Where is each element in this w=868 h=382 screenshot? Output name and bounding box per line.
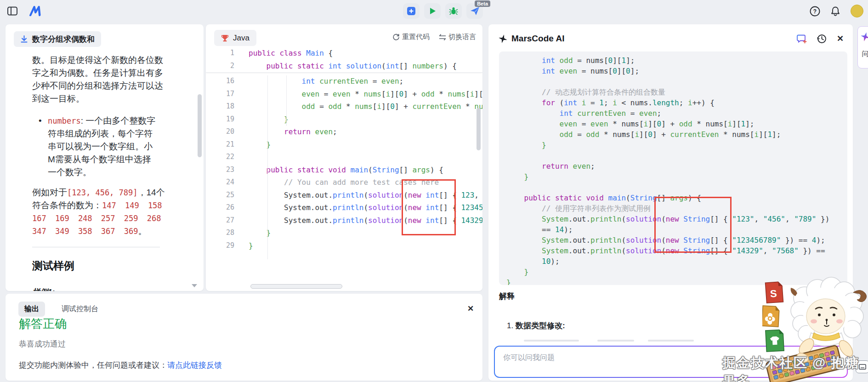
panel-toggle-icon[interactable] (7, 6, 17, 16)
add-file-button[interactable] (403, 3, 420, 19)
output-panel: 输出 调试控制台 ✕ 解答正确 恭喜成功通过 提交功能内测体验中，任何问题或者建… (6, 294, 482, 381)
user-avatar[interactable] (851, 5, 863, 17)
loading-skeleton-bar (597, 340, 634, 342)
notification-bell-icon[interactable] (830, 6, 840, 17)
ai-code-line: even = even * nums[i][0] + odd * nums[i]… (506, 119, 840, 129)
run-button[interactable] (424, 3, 441, 19)
code-line[interactable]: 20 return even; (206, 125, 482, 138)
code-line[interactable]: 18 odd = odd * nums[i][0] + currentEven … (206, 100, 482, 113)
explain-list-item: 1. 数据类型修改: (507, 320, 565, 331)
code-line[interactable]: 29} (206, 239, 482, 252)
switch-icon (439, 34, 446, 41)
problem-intro: 数。目标是使得这个新数的各位数字之和为偶数。任务是计算出有多少种不同的分组和选择… (32, 54, 165, 105)
new-chat-icon[interactable] (797, 34, 807, 44)
sidebar-strip-label: 问 (862, 50, 868, 58)
loading-skeleton-bar (648, 340, 694, 342)
file-icon-yellow (762, 306, 779, 327)
trophy-icon (221, 34, 229, 42)
file-icon-red: S (766, 282, 783, 303)
ai-code-line: odd = odd * nums[i][0] + currentEven * n… (506, 129, 840, 140)
close-icon[interactable]: ✕ (467, 304, 474, 314)
problem-title: 数字分组求偶数和 (32, 34, 95, 45)
ai-code-line: int currentEven = even; (506, 108, 840, 119)
ai-code-line (506, 182, 840, 193)
code-line[interactable]: 1public class Main { (206, 47, 482, 60)
loading-skeleton-bar (524, 340, 579, 342)
download-icon (20, 35, 28, 43)
result-subtitle: 恭喜成功通过 (19, 339, 66, 349)
language-pill[interactable]: Java (214, 30, 256, 46)
sparkle-icon (499, 34, 507, 43)
test-samples-heading: 测试样例 (32, 259, 166, 272)
top-bar: Beta ? (0, 0, 868, 22)
divider (32, 247, 160, 247)
explain-heading: 解释 (499, 291, 515, 302)
code-area[interactable]: 1public class Main {2 public static int … (206, 47, 482, 291)
tab-debug-console[interactable]: 调试控制台 (62, 304, 98, 314)
problem-title-pill[interactable]: 数字分组求偶数和 (14, 31, 101, 47)
ai-code-line: } (506, 140, 840, 150)
ai-code-line: for (int i = 1; i < nums.length; i++) { (506, 97, 840, 108)
ai-code-line (506, 76, 840, 87)
editor-horizontal-scrollbar[interactable] (250, 284, 342, 289)
code-line[interactable]: 17 even = even * nums[i][0] + odd * nums… (206, 88, 482, 101)
debug-button[interactable] (445, 3, 462, 19)
code-line[interactable]: 16 int currentEven = even; (206, 75, 482, 88)
sample1-label: 样例1: (32, 286, 166, 291)
chevron-down-icon[interactable] (192, 284, 197, 287)
ai-code-line: } (506, 171, 840, 182)
problem-bullet-item: numbers: 一个由多个整数字符串组成的列表，每个字符串可以视为一个数字组。… (38, 114, 156, 179)
code-line[interactable]: 2 public static int solution(int[] numbe… (206, 60, 482, 73)
editor-header: Java 重置代码 切换语言 (206, 24, 482, 47)
problem-example: 例如对于[123, 456, 789]，14个符合条件的数为：147 149 1… (32, 186, 166, 238)
right-sidebar-strip[interactable]: 问 (857, 26, 868, 68)
reset-icon (392, 34, 400, 41)
beta-badge: Beta (475, 0, 490, 7)
file-icon-green (766, 330, 784, 352)
editor-vertical-scrollbar[interactable] (477, 108, 481, 150)
indent-guide (267, 75, 268, 259)
result-status: 解答正确 (19, 316, 67, 332)
code-editor-panel: Java 重置代码 切换语言 1public class Main {2 pub… (206, 24, 482, 291)
tab-output[interactable]: 输出 (18, 302, 45, 317)
marscode-ai-sidebar-icon[interactable] (861, 32, 868, 41)
code-line[interactable]: 22 (206, 151, 482, 164)
switch-language-button[interactable]: 切换语言 (439, 33, 476, 41)
annotation-rect-editor (402, 179, 456, 235)
ai-code-line: int odd = nums[0][1]; (506, 55, 840, 66)
problem-panel: 数字分组求偶数和 数。目标是使得这个新数的各位数字之和为偶数。任务是计算出有多少… (6, 24, 204, 291)
code-line[interactable]: 21 } (206, 138, 482, 151)
marscode-logo-icon[interactable] (29, 6, 43, 17)
ai-code-line: return even; (506, 161, 840, 171)
code-line[interactable]: 19 } (206, 113, 482, 126)
feedback-note: 提交功能内测体验中，任何问题或者建议：请点此链接反馈 (19, 360, 222, 371)
problem-scrollbar[interactable] (198, 94, 202, 157)
ai-code-line: int even = nums[0][0]; (506, 66, 840, 76)
watermark: 掘金技术社区 @ 抱糖果多 (722, 354, 868, 382)
ai-code-line: // 动态规划计算符合条件的组合数量 (506, 87, 840, 97)
history-icon[interactable] (817, 34, 827, 44)
help-icon[interactable]: ? (810, 6, 820, 17)
svg-text:?: ? (813, 8, 817, 15)
indent-guide (286, 75, 287, 126)
code-line[interactable]: 23 public static void main(String[] args… (206, 164, 482, 177)
feedback-link[interactable]: 请点此链接反馈 (167, 361, 222, 370)
close-icon[interactable]: ✕ (837, 34, 844, 44)
svg-text:S: S (770, 288, 777, 300)
reset-code-button[interactable]: 重置代码 (392, 33, 430, 41)
language-label: Java (233, 34, 250, 43)
submit-button[interactable]: Beta (466, 3, 483, 19)
ai-code-line: 10); (506, 256, 840, 267)
problem-description: 数。目标是使得这个新数的各位数字之和为偶数。任务是计算出有多少种不同的分组和选择… (32, 54, 166, 291)
ai-code-line (506, 150, 840, 161)
sticky-scroll: 1public class Main {2 public static int … (206, 47, 482, 73)
ai-panel-title: MarsCode AI (511, 34, 564, 44)
annotation-rect-ai (654, 197, 732, 253)
